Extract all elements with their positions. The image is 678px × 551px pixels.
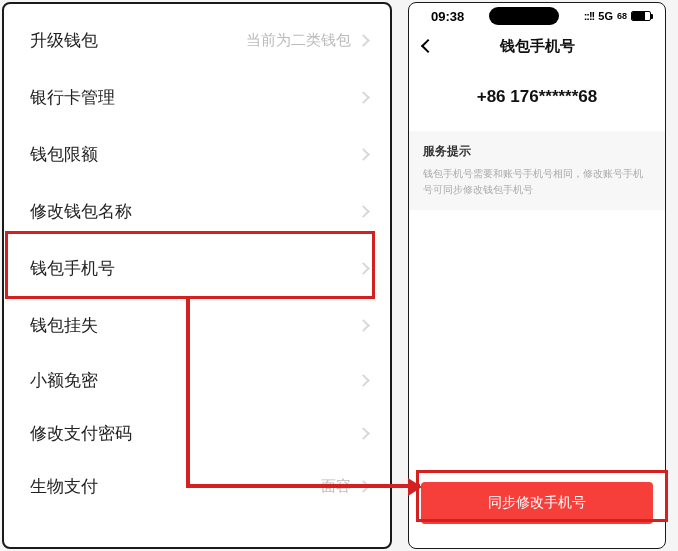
settings-item-label: 小额免密	[30, 369, 359, 392]
status-bar: 09:38 ::!! 5G 68	[409, 3, 665, 27]
sync-phone-button[interactable]: 同步修改手机号	[421, 482, 653, 524]
dynamic-island	[489, 7, 559, 25]
settings-item-change-pay-password[interactable]: 修改支付密码	[4, 407, 390, 460]
phone-screen-right: 09:38 ::!! 5G 68 钱包手机号 +86 176******68 服…	[408, 2, 666, 549]
battery-text: 68	[617, 11, 627, 21]
status-time: 09:38	[431, 9, 464, 24]
network-label: 5G	[598, 10, 613, 22]
chevron-right-icon	[357, 319, 370, 332]
settings-item-limits[interactable]: 钱包限额	[4, 126, 390, 183]
signal-icon: ::!!	[584, 10, 595, 22]
chevron-right-icon	[357, 374, 370, 387]
notice-text: 钱包手机号需要和账号手机号相同，修改账号手机号可同步修改钱包手机号	[423, 166, 651, 198]
chevron-right-icon	[357, 205, 370, 218]
chevron-right-icon	[357, 427, 370, 440]
chevron-right-icon	[357, 91, 370, 104]
nav-bar: 钱包手机号	[409, 27, 665, 65]
settings-item-wallet-phone[interactable]: 钱包手机号	[4, 240, 390, 297]
settings-item-label: 生物支付	[30, 475, 321, 498]
settings-item-label: 修改支付密码	[30, 422, 359, 445]
chevron-right-icon	[357, 148, 370, 161]
service-notice: 服务提示 钱包手机号需要和账号手机号相同，修改账号手机号可同步修改钱包手机号	[409, 131, 665, 210]
page-title: 钱包手机号	[409, 37, 665, 56]
settings-item-label: 钱包挂失	[30, 314, 359, 337]
settings-item-label: 升级钱包	[30, 29, 246, 52]
settings-item-label: 银行卡管理	[30, 86, 359, 109]
settings-item-label: 钱包手机号	[30, 257, 359, 280]
chevron-right-icon	[357, 34, 370, 47]
settings-item-rename-wallet[interactable]: 修改钱包名称	[4, 183, 390, 240]
settings-item-report-loss[interactable]: 钱包挂失	[4, 297, 390, 354]
chevron-right-icon	[357, 262, 370, 275]
settings-item-small-payment[interactable]: 小额免密	[4, 354, 390, 407]
settings-item-label: 修改钱包名称	[30, 200, 359, 223]
settings-list: 升级钱包 当前为二类钱包 银行卡管理 钱包限额 修改钱包名称 钱包手机号	[4, 4, 390, 513]
settings-item-upgrade-wallet[interactable]: 升级钱包 当前为二类钱包	[4, 12, 390, 69]
notice-title: 服务提示	[423, 143, 651, 160]
settings-item-extra: 面容	[321, 477, 351, 496]
settings-item-bank-cards[interactable]: 银行卡管理	[4, 69, 390, 126]
chevron-right-icon	[357, 480, 370, 493]
phone-screen-left: 升级钱包 当前为二类钱包 银行卡管理 钱包限额 修改钱包名称 钱包手机号	[2, 2, 392, 549]
battery-icon	[631, 11, 651, 21]
wallet-phone-number: +86 176******68	[409, 65, 665, 131]
settings-item-extra: 当前为二类钱包	[246, 31, 351, 50]
settings-item-biometric-payment[interactable]: 生物支付 面容	[4, 460, 390, 513]
settings-item-label: 钱包限额	[30, 143, 359, 166]
sync-phone-button-label: 同步修改手机号	[488, 494, 586, 510]
status-right: ::!! 5G 68	[584, 10, 651, 22]
